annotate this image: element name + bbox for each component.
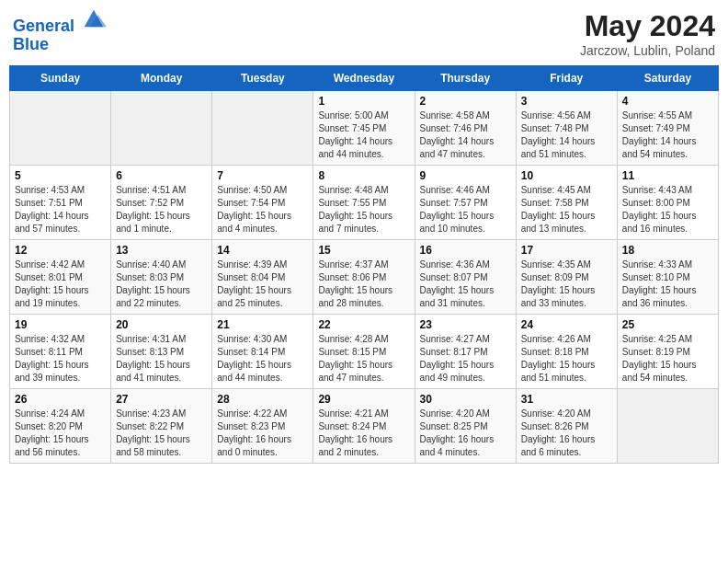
calendar-cell: 15Sunrise: 4:37 AMSunset: 8:06 PMDayligh… <box>313 240 415 315</box>
day-number: 25 <box>622 318 713 331</box>
day-number: 22 <box>318 318 409 331</box>
day-number: 26 <box>15 393 106 406</box>
weekday-header: Monday <box>111 66 212 91</box>
day-info: Sunrise: 4:39 AMSunset: 8:04 PMDaylight:… <box>217 259 308 310</box>
calendar-cell: 3Sunrise: 4:56 AMSunset: 7:48 PMDaylight… <box>516 91 617 166</box>
logo-icon <box>81 6 107 31</box>
calendar-week-row: 5Sunrise: 4:53 AMSunset: 7:51 PMDaylight… <box>10 166 719 240</box>
day-info: Sunrise: 4:56 AMSunset: 7:48 PMDaylight:… <box>521 109 612 161</box>
calendar-cell: 17Sunrise: 4:35 AMSunset: 8:09 PMDayligh… <box>516 240 617 315</box>
day-number: 15 <box>318 244 409 257</box>
calendar-cell: 31Sunrise: 4:20 AMSunset: 8:26 PMDayligh… <box>516 389 617 464</box>
calendar-cell: 19Sunrise: 4:32 AMSunset: 8:11 PMDayligh… <box>10 315 111 389</box>
weekday-header: Sunday <box>10 66 111 91</box>
calendar-cell: 2Sunrise: 4:58 AMSunset: 7:46 PMDaylight… <box>415 91 516 166</box>
day-info: Sunrise: 4:53 AMSunset: 7:51 PMDaylight:… <box>15 184 106 236</box>
day-info: Sunrise: 4:33 AMSunset: 8:10 PMDaylight:… <box>622 259 713 310</box>
day-info: Sunrise: 4:36 AMSunset: 8:07 PMDaylight:… <box>420 259 511 310</box>
day-info: Sunrise: 4:32 AMSunset: 8:11 PMDaylight:… <box>15 333 106 385</box>
day-number: 7 <box>217 169 308 182</box>
calendar-cell: 27Sunrise: 4:23 AMSunset: 8:22 PMDayligh… <box>111 389 212 464</box>
calendar-cell: 12Sunrise: 4:42 AMSunset: 8:01 PMDayligh… <box>10 240 111 315</box>
calendar-cell: 23Sunrise: 4:27 AMSunset: 8:17 PMDayligh… <box>415 315 516 389</box>
day-info: Sunrise: 4:42 AMSunset: 8:01 PMDaylight:… <box>15 259 106 310</box>
day-number: 1 <box>318 95 409 108</box>
calendar-cell: 6Sunrise: 4:51 AMSunset: 7:52 PMDaylight… <box>111 166 212 240</box>
day-info: Sunrise: 4:25 AMSunset: 8:19 PMDaylight:… <box>622 333 713 385</box>
calendar-cell <box>617 389 718 464</box>
calendar-cell: 24Sunrise: 4:26 AMSunset: 8:18 PMDayligh… <box>516 315 617 389</box>
calendar-cell: 8Sunrise: 4:48 AMSunset: 7:55 PMDaylight… <box>313 166 415 240</box>
day-number: 14 <box>217 244 308 257</box>
day-info: Sunrise: 4:28 AMSunset: 8:15 PMDaylight:… <box>318 333 409 385</box>
day-number: 17 <box>521 244 612 257</box>
day-number: 9 <box>420 169 511 182</box>
day-number: 2 <box>420 95 511 108</box>
day-info: Sunrise: 4:35 AMSunset: 8:09 PMDaylight:… <box>521 259 612 310</box>
day-info: Sunrise: 4:27 AMSunset: 8:17 PMDaylight:… <box>420 333 511 385</box>
logo: General Blue <box>13 9 107 54</box>
day-number: 30 <box>420 393 511 406</box>
calendar-cell <box>10 91 111 166</box>
day-number: 20 <box>116 318 207 331</box>
day-number: 10 <box>521 169 612 182</box>
weekday-header: Thursday <box>415 66 516 91</box>
calendar-cell <box>111 91 212 166</box>
weekday-header: Saturday <box>617 66 718 91</box>
day-number: 4 <box>622 95 713 108</box>
day-info: Sunrise: 5:00 AMSunset: 7:45 PMDaylight:… <box>318 109 409 161</box>
day-info: Sunrise: 4:20 AMSunset: 8:26 PMDaylight:… <box>521 408 612 459</box>
calendar-cell: 25Sunrise: 4:25 AMSunset: 8:19 PMDayligh… <box>617 315 718 389</box>
day-number: 5 <box>15 169 106 182</box>
calendar-cell: 30Sunrise: 4:20 AMSunset: 8:25 PMDayligh… <box>415 389 516 464</box>
calendar-cell: 26Sunrise: 4:24 AMSunset: 8:20 PMDayligh… <box>10 389 111 464</box>
weekday-header: Wednesday <box>313 66 415 91</box>
calendar-cell <box>212 91 313 166</box>
calendar-cell: 21Sunrise: 4:30 AMSunset: 8:14 PMDayligh… <box>212 315 313 389</box>
page-header: General Blue May 2024 Jarczow, Lublin, P… <box>9 9 719 58</box>
day-number: 31 <box>521 393 612 406</box>
day-info: Sunrise: 4:24 AMSunset: 8:20 PMDaylight:… <box>15 408 106 459</box>
calendar-week-row: 26Sunrise: 4:24 AMSunset: 8:20 PMDayligh… <box>10 389 719 464</box>
day-number: 28 <box>217 393 308 406</box>
calendar-week-row: 12Sunrise: 4:42 AMSunset: 8:01 PMDayligh… <box>10 240 719 315</box>
day-number: 29 <box>318 393 409 406</box>
month-title: May 2024 <box>580 9 715 43</box>
calendar-cell: 18Sunrise: 4:33 AMSunset: 8:10 PMDayligh… <box>617 240 718 315</box>
weekday-header: Tuesday <box>212 66 313 91</box>
day-number: 24 <box>521 318 612 331</box>
logo-blue: Blue <box>13 35 49 53</box>
calendar-cell: 9Sunrise: 4:46 AMSunset: 7:57 PMDaylight… <box>415 166 516 240</box>
calendar-cell: 29Sunrise: 4:21 AMSunset: 8:24 PMDayligh… <box>313 389 415 464</box>
day-info: Sunrise: 4:50 AMSunset: 7:54 PMDaylight:… <box>217 184 308 236</box>
weekday-header-row: SundayMondayTuesdayWednesdayThursdayFrid… <box>10 66 719 91</box>
calendar-cell: 7Sunrise: 4:50 AMSunset: 7:54 PMDaylight… <box>212 166 313 240</box>
day-info: Sunrise: 4:22 AMSunset: 8:23 PMDaylight:… <box>217 408 308 459</box>
calendar-cell: 11Sunrise: 4:43 AMSunset: 8:00 PMDayligh… <box>617 166 718 240</box>
logo-general: General <box>13 17 74 35</box>
day-number: 19 <box>15 318 106 331</box>
day-info: Sunrise: 4:21 AMSunset: 8:24 PMDaylight:… <box>318 408 409 459</box>
calendar-cell: 5Sunrise: 4:53 AMSunset: 7:51 PMDaylight… <box>10 166 111 240</box>
day-number: 18 <box>622 244 713 257</box>
weekday-header: Friday <box>516 66 617 91</box>
day-number: 11 <box>622 169 713 182</box>
location-subtitle: Jarczow, Lublin, Poland <box>580 43 715 58</box>
day-info: Sunrise: 4:46 AMSunset: 7:57 PMDaylight:… <box>420 184 511 236</box>
day-info: Sunrise: 4:48 AMSunset: 7:55 PMDaylight:… <box>318 184 409 236</box>
calendar-table: SundayMondayTuesdayWednesdayThursdayFrid… <box>9 65 719 464</box>
calendar-cell: 16Sunrise: 4:36 AMSunset: 8:07 PMDayligh… <box>415 240 516 315</box>
day-info: Sunrise: 4:45 AMSunset: 7:58 PMDaylight:… <box>521 184 612 236</box>
title-block: May 2024 Jarczow, Lublin, Poland <box>580 9 715 58</box>
day-number: 6 <box>116 169 207 182</box>
day-info: Sunrise: 4:43 AMSunset: 8:00 PMDaylight:… <box>622 184 713 236</box>
day-number: 21 <box>217 318 308 331</box>
day-info: Sunrise: 4:55 AMSunset: 7:49 PMDaylight:… <box>622 109 713 161</box>
day-number: 13 <box>116 244 207 257</box>
calendar-cell: 13Sunrise: 4:40 AMSunset: 8:03 PMDayligh… <box>111 240 212 315</box>
day-info: Sunrise: 4:58 AMSunset: 7:46 PMDaylight:… <box>420 109 511 161</box>
calendar-cell: 4Sunrise: 4:55 AMSunset: 7:49 PMDaylight… <box>617 91 718 166</box>
day-info: Sunrise: 4:51 AMSunset: 7:52 PMDaylight:… <box>116 184 207 236</box>
calendar-cell: 22Sunrise: 4:28 AMSunset: 8:15 PMDayligh… <box>313 315 415 389</box>
calendar-cell: 20Sunrise: 4:31 AMSunset: 8:13 PMDayligh… <box>111 315 212 389</box>
